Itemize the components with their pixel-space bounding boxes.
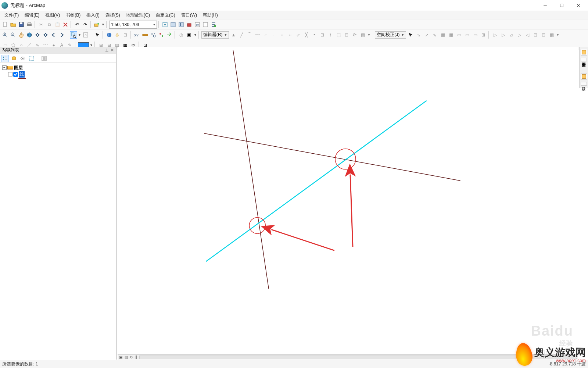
editor-toolbar-icon[interactable] [161, 21, 169, 28]
measure-icon[interactable] [141, 31, 149, 39]
adjust-view-icon[interactable]: ▦ [447, 31, 455, 39]
rtab-create-features[interactable]: 创建要素 [581, 58, 587, 61]
edit-attributes-icon[interactable]: ▤ [359, 31, 366, 39]
close-button[interactable]: ✕ [570, 0, 587, 11]
adjust-edge2-icon[interactable]: ▭ [463, 31, 471, 39]
toc-close-icon[interactable]: ✕ [110, 48, 115, 53]
menu-window[interactable]: 窗口(W) [178, 11, 200, 19]
adjust-table-icon[interactable]: ▦ [439, 31, 447, 39]
menu-help[interactable]: 帮助(H) [200, 11, 221, 19]
spatial-adjust-dropdown[interactable]: 空间校正(J)▼ [375, 31, 406, 39]
menu-view[interactable]: 视图(V) [42, 11, 63, 19]
edit-point-icon[interactable]: • [311, 31, 318, 39]
edit-split-icon[interactable]: ⊟ [343, 31, 350, 39]
adjust-link2-icon[interactable]: ↗ [423, 31, 430, 39]
topo-tool2-icon[interactable]: ▷ [499, 31, 507, 39]
edit-rotate-icon[interactable]: ⟳ [351, 31, 358, 39]
edit-trace-icon[interactable]: 〰 [254, 31, 261, 39]
rtab-catalog-icon[interactable] [581, 73, 587, 80]
edit-direction-icon[interactable]: ⇗ [294, 31, 302, 39]
save-icon[interactable] [18, 21, 25, 28]
pause-drawing-icon[interactable]: ‖ [135, 355, 137, 359]
toc-list-by-drawing-icon[interactable] [1, 55, 9, 62]
edit-cut-poly-icon[interactable]: ⬚ [335, 31, 342, 39]
rtab-create-features-icon[interactable] [581, 49, 587, 56]
catalog-window-icon[interactable] [169, 21, 177, 28]
maximize-button[interactable]: ☐ [553, 0, 570, 11]
edit-tool-icon[interactable]: ▲ [230, 31, 237, 39]
adjust-select-icon[interactable] [407, 31, 414, 39]
menu-bookmarks[interactable]: 书签(B) [63, 11, 83, 19]
create-viewer-icon[interactable]: ▣ [186, 31, 193, 39]
topo-tool5-icon[interactable]: ◁ [524, 31, 531, 39]
select-elements-icon[interactable] [94, 31, 101, 39]
copy-icon[interactable]: ⧉ [46, 21, 53, 28]
edit-vertices-icon[interactable]: ⊡ [319, 31, 326, 39]
toc-list-by-visibility-icon[interactable] [19, 55, 26, 62]
topo-tool6-icon[interactable]: ⊡ [532, 31, 539, 39]
arc-toolbox-icon[interactable] [186, 21, 193, 28]
adjust-edge1-icon[interactable]: ▭ [455, 31, 463, 39]
full-extent-icon[interactable] [26, 31, 33, 39]
adjust-attr-icon[interactable]: ⊞ [480, 31, 487, 39]
adjust-link1-icon[interactable]: ↘ [415, 31, 422, 39]
topo-tool4-icon[interactable]: ▷ [516, 31, 523, 39]
edit-right-angle-icon[interactable]: ⌐ [262, 31, 269, 39]
identify-icon[interactable]: i [105, 31, 113, 39]
next-extent-icon[interactable] [58, 31, 65, 39]
redo-icon[interactable]: ↷ [82, 21, 89, 28]
minimize-button[interactable]: ─ [537, 0, 553, 11]
menu-customize[interactable]: 自定义(C) [153, 11, 178, 19]
menu-edit[interactable]: 编辑(E) [22, 11, 42, 19]
time-slider-icon[interactable]: ◷ [178, 31, 185, 39]
fixed-zoom-in-icon[interactable] [34, 31, 41, 39]
menu-selection[interactable]: 选择(S) [103, 11, 123, 19]
toolbar-options-icon[interactable] [210, 21, 217, 28]
open-icon[interactable] [10, 21, 17, 28]
menu-file[interactable]: 文件(F) [1, 11, 22, 19]
edit-intersection-icon[interactable]: ╳ [302, 31, 310, 39]
edit-straight-icon[interactable]: ╱ [238, 31, 245, 39]
find-route-icon[interactable] [158, 31, 165, 39]
topo-tool8-icon[interactable]: ▦ [548, 31, 555, 39]
edit-reshape-icon[interactable]: ⌇ [327, 31, 334, 39]
tree-root-row[interactable]: − 图层 [2, 64, 114, 71]
edit-arc-icon[interactable]: ⌒ [246, 31, 253, 39]
horizontal-scrollbar[interactable] [139, 356, 577, 359]
cut-icon[interactable]: ✂ [37, 21, 45, 28]
add-data-icon[interactable] [93, 21, 101, 28]
topo-tool7-icon[interactable]: ⊡ [540, 31, 547, 39]
new-doc-icon[interactable] [1, 21, 9, 28]
zoom-out-icon[interactable] [10, 31, 17, 39]
layer-label[interactable]: 线 [19, 71, 25, 78]
toc-list-by-selection-icon[interactable] [28, 55, 35, 62]
adjust-link3-icon[interactable]: ⇘ [431, 31, 438, 39]
adjust-edge3-icon[interactable]: ▭ [472, 31, 479, 39]
paste-icon[interactable]: 📋 [54, 21, 61, 28]
clear-selection-icon[interactable] [82, 31, 89, 39]
edit-midpoint-icon[interactable]: · [270, 31, 277, 39]
map-view[interactable] [118, 47, 578, 354]
expand-icon[interactable]: − [2, 65, 7, 70]
topo-tool3-icon[interactable]: ⊿ [508, 31, 515, 39]
layer-symbol[interactable] [18, 78, 26, 79]
tree-layer-row[interactable]: − 线 [2, 71, 114, 78]
pan-icon[interactable] [18, 31, 25, 39]
map-canvas[interactable] [118, 47, 578, 354]
refresh-view-icon[interactable]: ⟳ [130, 355, 133, 359]
go-to-xy-icon[interactable] [166, 31, 173, 39]
toc-pin-icon[interactable]: ⊥ [104, 48, 110, 53]
select-features-icon[interactable] [70, 31, 77, 39]
layer-visibility-checkbox[interactable] [13, 72, 18, 77]
hyperlink-icon[interactable] [114, 31, 121, 39]
editor-dropdown[interactable]: 编辑器(R)▼ [201, 31, 229, 39]
data-view-icon[interactable]: ▣ [119, 355, 122, 359]
fixed-zoom-out-icon[interactable] [42, 31, 49, 39]
toc-list-by-source-icon[interactable] [10, 55, 18, 62]
scale-input[interactable]: 1:50, 130, 703▾ [109, 21, 157, 29]
expand-icon[interactable]: − [8, 72, 12, 76]
undo-icon[interactable]: ↶ [74, 21, 81, 28]
find-icon[interactable] [150, 31, 157, 39]
html-popup-icon[interactable]: ⊡ [122, 31, 129, 39]
model-builder-icon[interactable] [202, 21, 209, 28]
